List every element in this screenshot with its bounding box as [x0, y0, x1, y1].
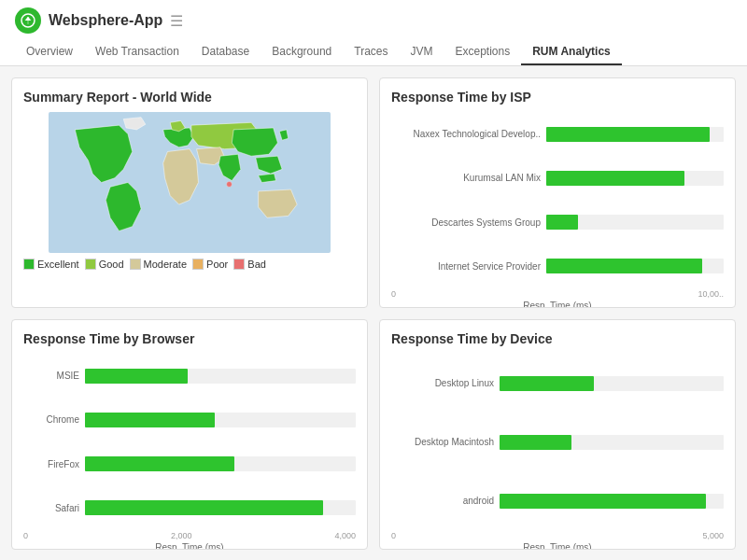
bar-fill [546, 259, 702, 273]
legend-item-bad: Bad [233, 259, 266, 270]
bar-label: Chrome [23, 414, 79, 425]
isp-panel: Response Time by ISP Naxex Technological… [379, 77, 736, 308]
bar-track [500, 435, 724, 450]
menu-icon[interactable]: ☰ [170, 12, 183, 30]
device-axis-label: Resp. Time (ms) [391, 542, 724, 550]
bar-row: Kurumsal LAN Mix [391, 156, 724, 200]
bar-label: android [391, 496, 494, 506]
isp-title: Response Time by ISP [391, 90, 724, 105]
bar-track [85, 413, 356, 427]
bar-label: Desktop Linux [391, 378, 494, 388]
bar-track [85, 500, 356, 515]
isp-axis-min: 0 [391, 289, 396, 299]
app-title: Websphere-App [49, 12, 162, 29]
bar-track [546, 259, 724, 273]
bar-fill [85, 456, 234, 471]
bar-row: Chrome [23, 398, 356, 441]
bar-label: Kurumsal LAN Mix [391, 173, 541, 183]
bar-fill [546, 127, 710, 142]
nav-tab-database[interactable]: Database [190, 39, 261, 65]
browser-axis-4000: 4,000 [334, 531, 356, 540]
bar-row: FireFox [23, 442, 356, 486]
app-icon [15, 7, 41, 34]
svg-point-2 [227, 182, 233, 188]
nav-tab-overview[interactable]: Overview [15, 39, 84, 65]
bar-track [546, 127, 724, 142]
bar-fill [500, 376, 594, 391]
browser-title: Response Time by Browser [23, 331, 356, 346]
bar-row: android [391, 471, 724, 530]
bar-track [85, 456, 356, 471]
bar-row: Desktop Macintosh [391, 413, 724, 471]
bar-fill [500, 435, 571, 450]
device-panel: Response Time by Device Desktop Linux De… [379, 319, 736, 550]
legend-item-moderate: Moderate [130, 259, 187, 270]
device-title: Response Time by Device [391, 331, 724, 346]
isp-axis-label: Resp. Time (ms) [391, 301, 724, 308]
bar-track [85, 369, 356, 384]
bar-fill [546, 171, 684, 186]
device-axis-0: 0 [391, 531, 396, 540]
bar-row: Desktop Linux [391, 354, 724, 413]
nav-tab-traces[interactable]: Traces [343, 39, 399, 65]
nav-tab-rum-analytics[interactable]: RUM Analytics [521, 39, 622, 65]
bar-fill [85, 413, 215, 427]
bar-track [500, 376, 724, 391]
bar-fill [500, 494, 706, 509]
bar-row: Safari [23, 486, 356, 530]
legend: ExcellentGoodModeratePoorBad [23, 259, 356, 270]
nav-tab-exceptions[interactable]: Exceptions [444, 39, 522, 65]
bar-label: Safari [23, 503, 79, 513]
bar-track [500, 494, 724, 509]
nav-tab-background[interactable]: Background [261, 39, 343, 65]
nav-tab-jvm[interactable]: JVM [400, 39, 444, 65]
nav-tabs: OverviewWeb TransactionDatabaseBackgroun… [15, 39, 732, 65]
legend-item-poor: Poor [192, 259, 228, 270]
bar-label: FireFox [23, 459, 79, 469]
bar-track [546, 215, 724, 230]
device-axis-5000: 5,000 [702, 531, 724, 540]
nav-tab-web-transaction[interactable]: Web Transaction [84, 39, 190, 65]
legend-item-excellent: Excellent [23, 259, 79, 270]
bar-row: Descartes Systems Group [391, 201, 724, 245]
bar-row: Naxex Technological Develop.. [391, 112, 724, 156]
legend-item-good: Good [85, 259, 124, 270]
browser-axis-label: Resp. Time (ms) [23, 542, 356, 550]
bar-label: Desktop Macintosh [391, 437, 494, 447]
bar-label: Naxex Technological Develop.. [391, 129, 541, 139]
bar-track [546, 171, 724, 186]
bar-fill [85, 500, 323, 515]
browser-panel: Response Time by Browser MSIE Chrome Fir… [11, 319, 368, 550]
isp-axis-max: 10,00.. [698, 289, 724, 299]
bar-label: Internet Service Provider [391, 261, 541, 272]
browser-axis-0: 0 [23, 531, 28, 540]
bar-label: MSIE [23, 371, 79, 381]
app-header: Websphere-App ☰ OverviewWeb TransactionD… [0, 0, 747, 66]
bar-label: Descartes Systems Group [391, 217, 541, 228]
summary-title: Summary Report - World Wide [23, 90, 356, 105]
bar-row: Internet Service Provider [391, 245, 724, 288]
bar-fill [85, 369, 188, 384]
bar-fill [546, 215, 578, 230]
bar-row: MSIE [23, 354, 356, 398]
browser-axis-2000: 2,000 [171, 531, 192, 540]
summary-panel: Summary Report - World Wide [11, 77, 368, 308]
